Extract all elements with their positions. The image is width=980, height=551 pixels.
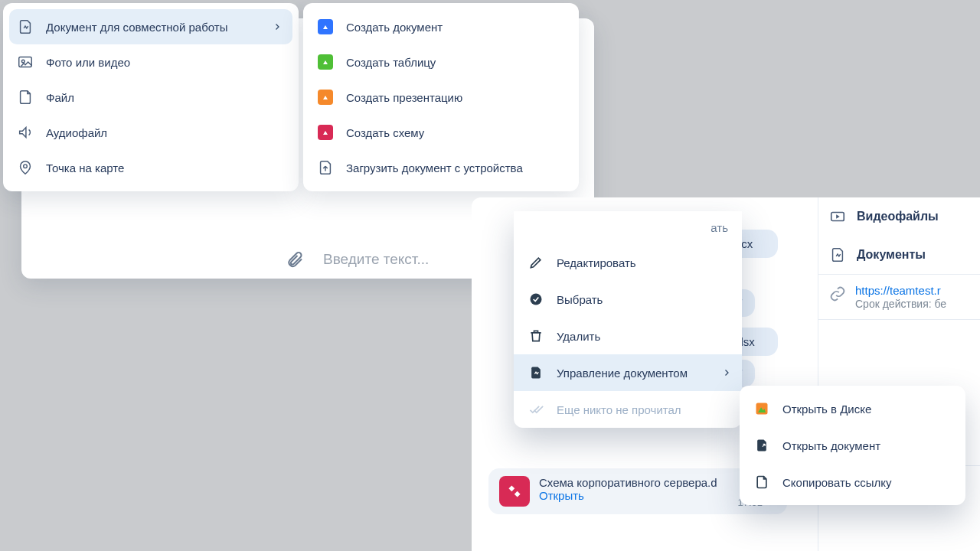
attach-item-audio[interactable]: Аудиофайл xyxy=(3,115,299,150)
file-icon xyxy=(17,89,34,106)
ctx-item-partial[interactable]: ать xyxy=(514,211,742,244)
attach-item-photo-video[interactable]: Фото или видео xyxy=(3,44,299,80)
photo-icon xyxy=(17,54,34,70)
upload-doc-from-device[interactable]: Загрузить документ с устройства xyxy=(303,150,579,185)
doc-diagram-icon xyxy=(499,476,530,507)
link-icon xyxy=(829,285,846,302)
double-check-icon xyxy=(528,401,544,418)
menu-item-label: Аудиофайл xyxy=(46,126,107,139)
menu-item-label: Документ для совместной работы xyxy=(46,21,227,34)
invite-link-url[interactable]: https://teamtest.r xyxy=(855,284,941,297)
svg-rect-5 xyxy=(508,485,514,491)
copy-link-icon xyxy=(753,474,770,491)
doc-orange-icon xyxy=(317,89,334,106)
sub-item-open-doc[interactable]: Открыть документ xyxy=(740,427,965,464)
ctx-item-label: Еще никто не прочитал xyxy=(557,403,681,416)
menu-item-label: Создать схему xyxy=(346,126,424,139)
ctx-item-delete[interactable]: Удалить xyxy=(514,318,742,354)
map-pin-icon xyxy=(17,159,34,176)
open-doc-icon xyxy=(753,437,770,454)
attach-item-file[interactable]: Файл xyxy=(3,80,299,115)
collab-doc-icon xyxy=(17,18,34,35)
sub-item-open-disk[interactable]: Открыть в Диске xyxy=(740,390,965,427)
create-table[interactable]: Создать таблицу xyxy=(303,44,579,80)
ctx-item-select[interactable]: Выбрать xyxy=(514,281,742,318)
attach-menu: Документ для совместной работы Фото или … xyxy=(3,3,299,191)
ctx-item-edit[interactable]: Редактировать xyxy=(514,244,742,281)
ctx-item-label: Выбрать xyxy=(557,293,603,306)
menu-item-label: Создать документ xyxy=(346,21,443,34)
ctx-item-doc-manage[interactable]: Управление документом xyxy=(514,354,742,391)
upload-doc-icon xyxy=(317,159,334,176)
attachment-button[interactable] xyxy=(282,246,308,272)
create-document[interactable]: Создать документ xyxy=(303,9,579,44)
invite-link-block[interactable]: https://teamtest.r Срок действия: бе xyxy=(818,274,980,320)
doc-manage-icon xyxy=(528,364,544,381)
sub-item-label: Открыть в Диске xyxy=(782,403,871,416)
chevron-right-icon xyxy=(722,368,731,377)
audio-icon xyxy=(17,124,34,141)
attach-item-map-point[interactable]: Точка на карте xyxy=(3,150,299,185)
paperclip-icon xyxy=(286,250,304,269)
create-diagram[interactable]: Создать схему xyxy=(303,115,579,150)
svg-rect-6 xyxy=(514,491,521,497)
create-doc-submenu: Создать документ Создать таблицу Создать… xyxy=(303,3,579,191)
sidebar-item-label: Документы xyxy=(857,248,926,262)
chat-area: ocx xlsx ать Редактировать xyxy=(472,197,818,551)
ctx-item-label: Удалить xyxy=(557,330,600,343)
chevron-right-icon xyxy=(273,22,282,31)
ctx-item-label: Управление документом xyxy=(557,367,688,380)
doc-manage-submenu: Открыть в Диске Открыть документ Скопиро… xyxy=(740,386,965,505)
sub-item-copy-link[interactable]: Скопировать ссылку xyxy=(740,464,965,500)
doc-crimson-icon xyxy=(317,124,334,141)
menu-item-label: Файл xyxy=(46,91,74,104)
create-presentation[interactable]: Создать презентацию xyxy=(303,80,579,115)
attach-item-collab-doc[interactable]: Документ для совместной работы xyxy=(9,9,292,44)
menu-item-label: Создать презентацию xyxy=(346,91,462,104)
svg-point-3 xyxy=(531,294,542,305)
menu-item-label: Загрузить документ с устройства xyxy=(346,161,523,174)
sub-item-label: Открыть документ xyxy=(782,439,880,452)
menu-item-label: Фото или видео xyxy=(46,56,130,69)
doc-green-icon xyxy=(317,54,334,70)
trash-icon xyxy=(528,328,544,344)
edit-icon xyxy=(528,254,544,271)
documents-icon xyxy=(829,246,846,263)
chat-doc-panel: ocx xlsx ать Редактировать xyxy=(472,197,980,551)
sub-item-label: Скопировать ссылку xyxy=(782,476,892,489)
invite-link-sub: Срок действия: бе xyxy=(855,298,946,310)
ctx-item-unread[interactable]: Еще никто не прочитал xyxy=(514,391,742,428)
doc-blue-icon xyxy=(317,18,334,35)
svg-point-2 xyxy=(24,165,28,168)
disk-icon xyxy=(753,400,770,417)
menu-item-label: Точка на карте xyxy=(46,161,124,174)
sidebar-item-videos[interactable]: Видеофайлы xyxy=(818,197,980,236)
ctx-item-label: Редактировать xyxy=(557,256,636,269)
message-input-placeholder[interactable]: Введите текст... xyxy=(323,251,429,268)
check-circle-icon xyxy=(528,291,544,308)
menu-item-label: Создать таблицу xyxy=(346,56,436,69)
sidebar-item-label: Видеофайлы xyxy=(857,210,939,223)
video-icon xyxy=(829,208,846,225)
svg-point-1 xyxy=(21,60,24,63)
sidebar-item-documents[interactable]: Документы xyxy=(818,236,980,274)
message-context-menu: ать Редактировать Выбрать Удалить xyxy=(514,211,742,428)
message-input-bar: Введите текст... xyxy=(282,246,429,272)
